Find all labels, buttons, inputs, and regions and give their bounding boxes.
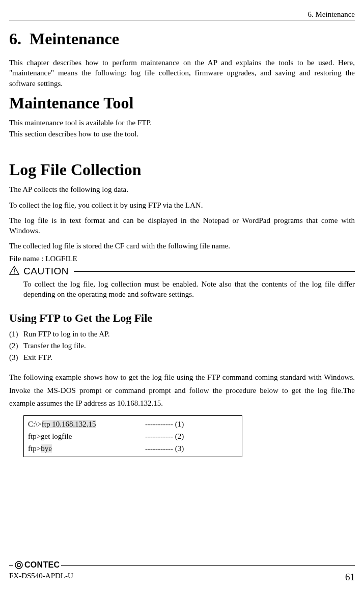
section1-p2: This section describes how to use the to… [9, 129, 355, 139]
cmd3-marker: ----------- (3) [145, 442, 184, 455]
page-footer: CONTEC FX-DS540-APDL-U 61 [9, 560, 355, 583]
step-3-number: (3) [9, 353, 23, 362]
caution-header: CAUTION [9, 266, 355, 277]
example-intro: The following example shows how to get t… [9, 371, 355, 410]
svg-point-4 [17, 563, 20, 567]
section2-p1: The AP collects the following log data. [9, 184, 355, 194]
step-2-text: Transfer the log file. [23, 342, 86, 350]
cmd3-prompt: ftp> [28, 444, 41, 453]
filename-line: File name : LOGFILE [9, 253, 355, 264]
cmd1-marker: ----------- (1) [145, 418, 184, 430]
caution-block: CAUTION To collect the log file, log col… [9, 266, 355, 300]
header-divider [9, 20, 355, 20]
chapter-heading: 6.Meintenance [9, 30, 355, 48]
step-1-text: Run FTP to log in to the AP. [23, 330, 109, 338]
footer-divider-right [61, 565, 355, 566]
section2-p3: The log file is in text format and can b… [9, 215, 355, 236]
cmd2-text: ftp>get logfile [28, 430, 145, 442]
caution-body: To collect the log file, log collection … [23, 279, 355, 300]
cmd-row-3: ftp>bye ----------- (3) [28, 442, 238, 455]
section-maintenance-tool-heading: Maintenance Tool [9, 94, 355, 112]
footer-divider-left [9, 565, 13, 566]
step-2: (2)Transfer the log file. [9, 342, 355, 350]
cmd3-highlight: bye [41, 444, 52, 453]
step-1-number: (1) [9, 330, 23, 339]
warning-triangle-icon [9, 266, 19, 277]
page-number: 61 [345, 572, 355, 583]
cmd-row-1: C:\>ftp 10.168.132.15 ----------- (1) [28, 418, 238, 430]
step-3-text: Exit FTP. [23, 353, 52, 361]
brand-mark-icon [15, 561, 23, 569]
step-2-number: (2) [9, 342, 23, 350]
chapter-number: 6. [9, 30, 30, 48]
caution-divider [74, 271, 355, 272]
svg-point-3 [15, 561, 22, 569]
cmd-row-2: ftp>get logfile ----------- (2) [28, 430, 238, 442]
footer-model: FX-DS540-APDL-U [9, 572, 73, 583]
command-example-box: C:\>ftp 10.168.132.15 ----------- (1) ft… [23, 415, 242, 457]
section1-p1: This maintenance tool is available for t… [9, 118, 355, 128]
step-3: (3)Exit FTP. [9, 353, 355, 362]
header-chapter-label: 6. Meintenance [9, 10, 355, 20]
section2-p4: The collected log file is stored the CF … [9, 241, 355, 251]
svg-point-2 [14, 272, 15, 273]
caution-label: CAUTION [23, 266, 69, 277]
step-1: (1)Run FTP to log in to the AP. [9, 330, 355, 339]
section2-p2: To collect the log file, you collect it … [9, 200, 355, 210]
cmd1-prompt: C:\> [28, 420, 42, 428]
cmd2-marker: ----------- (2) [145, 430, 184, 442]
intro-paragraph: This chapter describes how to perform ma… [9, 58, 355, 89]
section-log-file-collection-heading: Log File Collection [9, 160, 355, 179]
chapter-title: Meintenance [30, 30, 119, 48]
brand-name: CONTEC [24, 560, 60, 570]
brand-logo: CONTEC [13, 560, 61, 570]
subsection-using-ftp-heading: Using FTP to Get the Log File [9, 312, 355, 325]
cmd1-highlight: ftp 10.168.132.15 [42, 420, 96, 428]
